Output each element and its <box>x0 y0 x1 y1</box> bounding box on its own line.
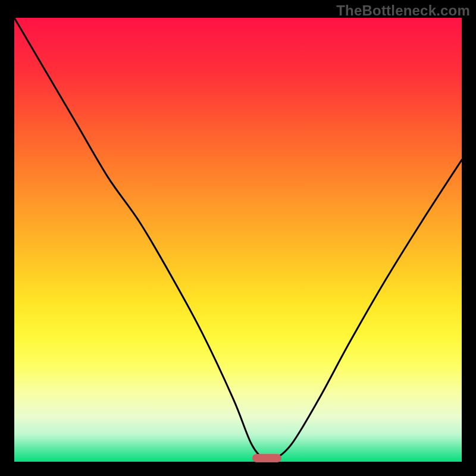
optimum-marker <box>252 454 281 462</box>
watermark-text: TheBottleneck.com <box>336 2 470 19</box>
bottleneck-curve <box>14 18 462 462</box>
plot-area <box>14 18 462 462</box>
curve-svg <box>14 18 462 462</box>
chart-frame: TheBottleneck.com <box>0 0 476 476</box>
